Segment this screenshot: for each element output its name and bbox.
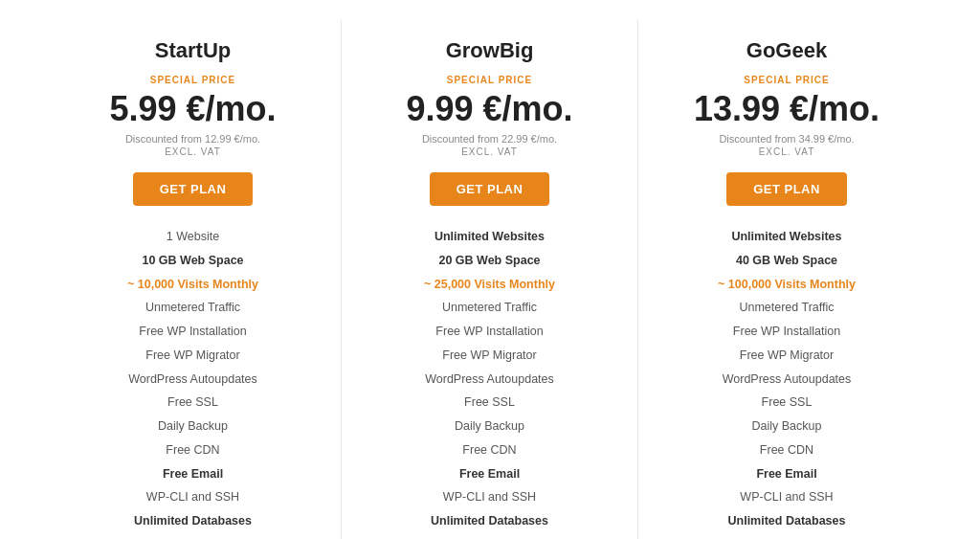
excl-vat-startup: EXCL. VAT — [68, 146, 318, 157]
list-item: ~ 100,000 Visits Monthly — [661, 273, 912, 297]
list-item: 100% renewable energy match — [661, 533, 912, 539]
list-item: Free WP Migrator — [68, 344, 318, 368]
special-label-gogeek: SPECIAL PRICE — [661, 75, 912, 85]
plan-card-gogeek: GoGeekSPECIAL PRICE13.99 €/mo.Discounted… — [638, 19, 935, 539]
list-item: ~ 10,000 Visits Monthly — [68, 273, 318, 297]
list-item: WordPress Autoupdates — [68, 368, 318, 392]
list-item: 100% renewable energy match — [68, 533, 318, 539]
list-item: Unlimited Databases — [365, 509, 614, 533]
list-item: Daily Backup — [365, 415, 614, 438]
get-plan-button-startup[interactable]: GET PLAN — [133, 172, 254, 206]
list-item: 100% renewable energy match — [365, 533, 614, 539]
list-item: 10 GB Web Space — [68, 249, 318, 273]
price-growbig: 9.99 €/mo. — [365, 89, 614, 129]
excl-vat-growbig: EXCL. VAT — [365, 146, 614, 157]
list-item: Unmetered Traffic — [68, 296, 318, 320]
list-item: WordPress Autoupdates — [365, 368, 614, 392]
list-item: Free WP Migrator — [661, 344, 912, 368]
discounted-from-startup: Discounted from 12.99 €/mo. — [68, 133, 318, 145]
list-item: Free SSL — [365, 391, 614, 415]
list-item: Free CDN — [68, 438, 318, 462]
list-item: Unmetered Traffic — [365, 296, 614, 320]
discounted-from-gogeek: Discounted from 34.99 €/mo. — [661, 133, 912, 145]
list-item: WordPress Autoupdates — [661, 368, 912, 392]
plan-name-startup: StartUp — [68, 38, 318, 63]
list-item: Unlimited Databases — [661, 509, 912, 533]
list-item: 1 Website — [68, 225, 318, 249]
get-plan-button-gogeek[interactable]: GET PLAN — [726, 172, 847, 206]
discounted-from-growbig: Discounted from 22.99 €/mo. — [365, 133, 614, 145]
plan-name-gogeek: GoGeek — [661, 38, 912, 63]
list-item: ~ 25,000 Visits Monthly — [365, 273, 614, 297]
list-item: Free Email — [365, 462, 614, 486]
list-item: Free WP Installation — [661, 320, 912, 344]
plan-card-growbig: GrowBigSPECIAL PRICE9.99 €/mo.Discounted… — [342, 19, 638, 539]
list-item: 20 GB Web Space — [365, 249, 614, 273]
list-item: Free CDN — [365, 438, 614, 462]
features-list-growbig: Unlimited Websites20 GB Web Space~ 25,00… — [365, 225, 614, 539]
list-item: Unlimited Databases — [68, 509, 318, 533]
get-plan-button-growbig[interactable]: GET PLAN — [430, 172, 550, 206]
list-item: 40 GB Web Space — [661, 249, 912, 273]
list-item: Free WP Migrator — [365, 344, 614, 368]
features-list-startup: 1 Website10 GB Web Space~ 10,000 Visits … — [68, 225, 318, 539]
list-item: Free Email — [68, 462, 318, 486]
list-item: Daily Backup — [661, 415, 912, 438]
list-item: Unlimited Websites — [365, 225, 614, 249]
list-item: WP-CLI and SSH — [365, 485, 614, 509]
list-item: Free WP Installation — [365, 320, 614, 344]
price-gogeek: 13.99 €/mo. — [661, 89, 912, 129]
list-item: Free CDN — [661, 438, 912, 462]
special-label-startup: SPECIAL PRICE — [68, 75, 318, 85]
list-item: Free SSL — [68, 391, 318, 415]
list-item: Unmetered Traffic — [661, 296, 912, 320]
excl-vat-gogeek: EXCL. VAT — [661, 146, 912, 157]
list-item: WP-CLI and SSH — [661, 485, 912, 509]
list-item: Free SSL — [661, 391, 912, 415]
list-item: Unlimited Websites — [661, 225, 912, 249]
special-label-growbig: SPECIAL PRICE — [365, 75, 614, 85]
list-item: Free WP Installation — [68, 320, 318, 344]
features-list-gogeek: Unlimited Websites40 GB Web Space~ 100,0… — [661, 225, 912, 539]
plan-name-growbig: GrowBig — [365, 38, 614, 63]
list-item: Free Email — [661, 462, 912, 486]
list-item: WP-CLI and SSH — [68, 485, 318, 509]
price-startup: 5.99 €/mo. — [68, 89, 318, 129]
pricing-container: StartUpSPECIAL PRICE5.99 €/mo.Discounted… — [0, 0, 980, 539]
list-item: Daily Backup — [68, 415, 318, 438]
plan-card-startup: StartUpSPECIAL PRICE5.99 €/mo.Discounted… — [45, 19, 342, 539]
